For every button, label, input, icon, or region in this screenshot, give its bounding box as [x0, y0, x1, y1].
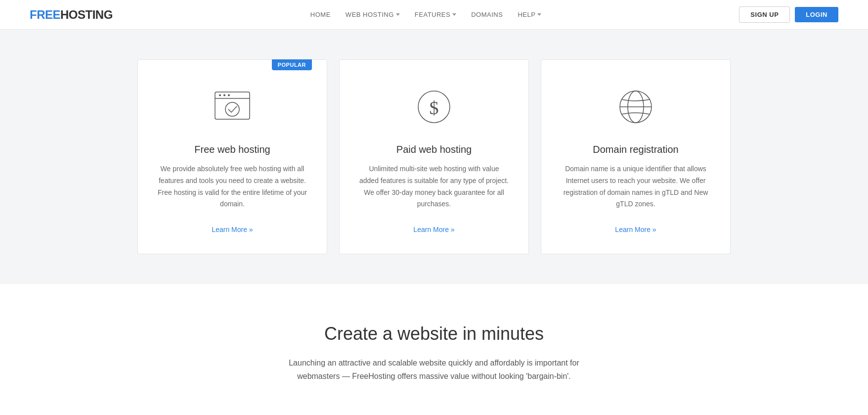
site-header: FREEHOSTING HOME WEB HOSTING FEATURES DO… [0, 0, 868, 30]
nav-home[interactable]: HOME [310, 11, 331, 18]
card-title: Paid web hosting [359, 144, 509, 155]
cards-grid: POPULAR Free web hosting We provide [137, 59, 731, 254]
logo-hosting: HOSTING [60, 8, 113, 21]
svg-point-2 [219, 94, 221, 96]
cards-section: POPULAR Free web hosting We provide [0, 30, 868, 284]
browser-check-icon [210, 85, 255, 129]
learn-more-link[interactable]: Learn More » [615, 226, 656, 233]
card-title: Free web hosting [158, 144, 307, 155]
header-buttons: SIGN UP LOGIN [739, 6, 838, 23]
nav-features[interactable]: FEATURES [415, 11, 456, 18]
nav-help[interactable]: HELP [518, 11, 541, 18]
chevron-down-icon [452, 13, 456, 16]
card-title: Domain registration [561, 144, 710, 155]
logo[interactable]: FREEHOSTING [30, 8, 113, 22]
main-nav: HOME WEB HOSTING FEATURES DOMAINS HELP [310, 11, 541, 18]
popular-badge: POPULAR [272, 59, 312, 70]
bottom-section: Create a website in minutes Launching an… [0, 284, 868, 415]
card-description: We provide absolutely free web hosting w… [158, 163, 307, 210]
login-button[interactable]: LOGIN [795, 7, 838, 22]
svg-point-3 [223, 94, 225, 96]
card-domain-registration: Domain registration Domain name is a uni… [541, 59, 731, 254]
globe-icon [613, 85, 658, 129]
learn-more-link[interactable]: Learn More » [413, 226, 454, 233]
signup-button[interactable]: SIGN UP [739, 6, 790, 23]
chevron-down-icon [396, 13, 400, 16]
bottom-description: Launching an attractive and scalable web… [276, 356, 592, 383]
card-free-hosting: POPULAR Free web hosting We provide [137, 59, 327, 254]
card-description: Domain name is a unique identifier that … [561, 163, 710, 210]
svg-point-5 [225, 102, 239, 116]
bottom-title: Create a website in minutes [30, 323, 838, 344]
chevron-down-icon [537, 13, 541, 16]
svg-text:$: $ [430, 97, 439, 118]
svg-point-4 [228, 94, 230, 96]
nav-domains[interactable]: DOMAINS [471, 11, 503, 18]
nav-web-hosting[interactable]: WEB HOSTING [346, 11, 400, 18]
card-paid-hosting: $ Paid web hosting Unlimited multi-site … [339, 59, 529, 254]
dollar-icon: $ [412, 85, 456, 129]
card-description: Unlimited multi-site web hosting with va… [359, 163, 509, 210]
learn-more-link[interactable]: Learn More » [212, 226, 253, 233]
logo-free: FREE [30, 8, 60, 21]
